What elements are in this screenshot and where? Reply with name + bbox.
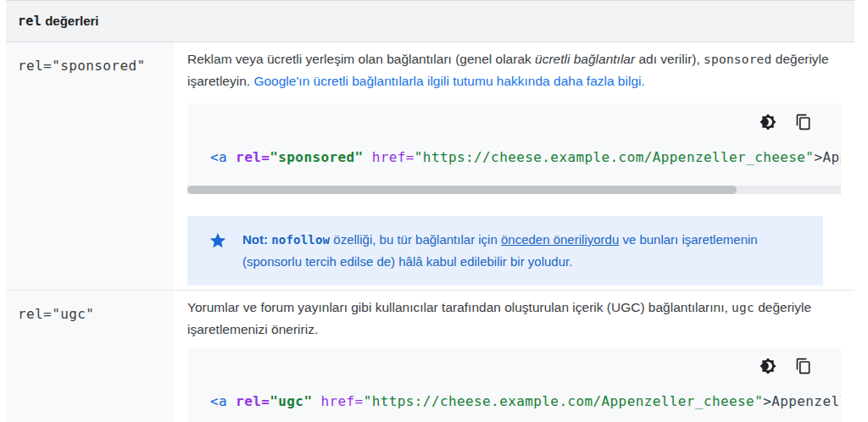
code-href-attr-token: href= xyxy=(372,149,415,165)
rel-ugc-label-cell: rel="ugc" xyxy=(6,291,174,422)
note-text-part: özelliği, bu tür bağlantılar için xyxy=(330,232,501,247)
table-row: rel="ugc" Yorumlar ve forum yayınları gi… xyxy=(6,290,854,422)
code-plain-token: >Appenzeller xyxy=(763,393,841,409)
code-url-token: "https://cheese.example.com/Appenzeller_… xyxy=(364,393,764,409)
note-star-icon xyxy=(209,231,227,250)
description-text: adı verilir), xyxy=(635,52,704,66)
sponsored-description: Reklam veya ücretli yerleşim olan bağlan… xyxy=(187,48,841,92)
rel-sponsored-content-cell: Reklam veya ücretli yerleşim olan bağlan… xyxy=(174,42,854,290)
note-bold-prefix: Not: xyxy=(242,232,271,247)
dark-code-theme-toggle-icon[interactable] xyxy=(760,114,776,130)
table-row: rel="sponsored" Reklam veya ücretli yerl… xyxy=(6,42,854,290)
sponsored-code-line: <a rel="sponsored" href="https://cheese.… xyxy=(210,149,841,167)
copy-code-icon[interactable] xyxy=(795,358,812,375)
code-url-token: "https://cheese.example.com/Appenzeller_… xyxy=(415,149,815,165)
description-text: Reklam veya ücretli yerleşim olan bağlan… xyxy=(187,52,535,66)
code-tag-token: <a xyxy=(210,393,236,409)
nofollow-note-callout: Not: nofollow özelliği, bu tür bağlantıl… xyxy=(187,216,823,286)
nofollow-inline-code: nofollow xyxy=(271,233,330,247)
ugc-code-block: <a rel="ugc" href="https://cheese.exampl… xyxy=(187,347,841,422)
sponsored-inline-code: sponsored xyxy=(704,53,771,66)
copy-code-icon[interactable] xyxy=(795,114,812,130)
rel-sponsored-label-cell: rel="sponsored" xyxy=(6,42,174,290)
note-text: Not: nofollow özelliği, bu tür bağlantıl… xyxy=(242,229,803,273)
rel-sponsored-label: rel="sponsored" xyxy=(18,58,146,74)
rel-ugc-content-cell: Yorumlar ve forum yayınları gibi kullanı… xyxy=(174,291,854,422)
paid-links-more-info-link[interactable]: Google'ın ücretli bağlantılarla ilgili t… xyxy=(253,74,644,88)
rel-ugc-label: rel="ugc" xyxy=(18,306,94,322)
paid-links-italic: ücretli bağlantılar xyxy=(535,52,635,66)
code-tag-token: <a xyxy=(210,149,236,165)
header-label-text: değerleri xyxy=(42,14,99,28)
code-toolbar xyxy=(187,103,841,130)
table-header-row: rel değerleri xyxy=(6,1,854,42)
description-text: Yorumlar ve forum yayınları gibi kullanı… xyxy=(187,300,732,314)
header-code-text: rel xyxy=(18,14,42,29)
rel-values-table: rel değerleri rel="sponsored" Reklam vey… xyxy=(6,0,854,422)
dark-code-theme-toggle-icon[interactable] xyxy=(760,358,776,375)
table-header-title: rel değerleri xyxy=(18,14,99,29)
code-href-attr-token: href= xyxy=(320,393,363,409)
sponsored-code-block: <a rel="sponsored" href="https://cheese.… xyxy=(187,103,841,194)
code-plain-token: >Appen xyxy=(814,149,841,165)
code-rel-attr-token: rel= xyxy=(236,149,270,165)
ugc-inline-code: ugc xyxy=(732,301,754,314)
scrollbar-thumb[interactable] xyxy=(187,186,737,194)
code-toolbar xyxy=(187,347,841,375)
previously-recommended-link[interactable]: önceden öneriliyordu xyxy=(501,232,619,247)
code-rel-value-token: "ugc" xyxy=(270,393,320,409)
code-horizontal-scrollbar[interactable] xyxy=(187,186,841,194)
code-rel-value-token: "sponsored" xyxy=(270,149,371,165)
ugc-code-line: <a rel="ugc" href="https://cheese.exampl… xyxy=(210,393,841,411)
ugc-description: Yorumlar ve forum yayınları gibi kullanı… xyxy=(187,297,841,341)
code-rel-attr-token: rel= xyxy=(236,393,270,409)
